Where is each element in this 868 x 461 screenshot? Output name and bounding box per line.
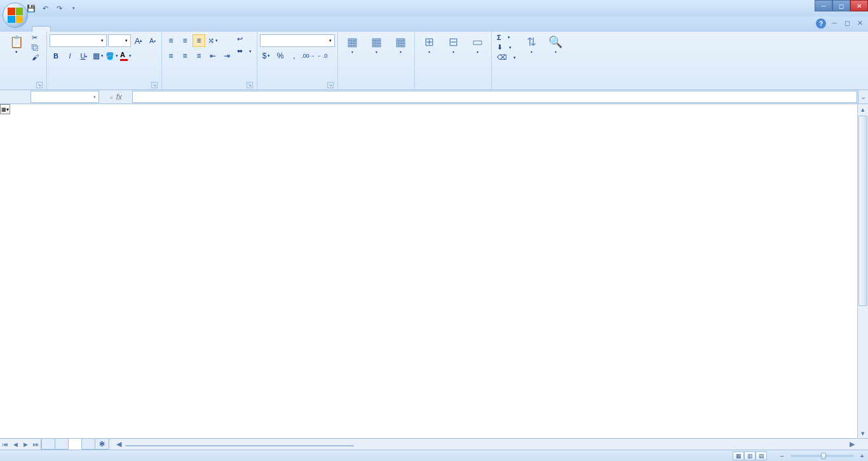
zoom-in-icon[interactable]: + — [860, 452, 864, 460]
format-as-table-button[interactable]: ▦▾ — [365, 33, 388, 55]
page-layout-view-icon[interactable]: ▥ — [744, 451, 756, 460]
clipboard-launcher-icon[interactable]: ↘ — [36, 82, 43, 88]
tab-insert[interactable] — [51, 27, 69, 32]
italic-button[interactable]: I — [64, 50, 76, 62]
conditional-formatting-button[interactable]: ▦▾ — [341, 33, 363, 55]
copy-button[interactable]: ⿻ — [29, 43, 44, 52]
bold-button[interactable]: B — [50, 50, 62, 62]
next-sheet-icon[interactable]: ▶ — [20, 439, 31, 450]
close-button[interactable]: ✕ — [850, 0, 868, 11]
qat-customize-icon[interactable] — [67, 3, 79, 14]
tab-view[interactable] — [140, 27, 158, 32]
cell-grid[interactable]: ▦▾ — [0, 104, 857, 438]
normal-view-icon[interactable]: ▦ — [733, 451, 744, 460]
find-select-button[interactable]: 🔍▾ — [544, 33, 567, 55]
fill-color-button[interactable]: 🪣 — [105, 50, 118, 62]
font-launcher-icon[interactable]: ↘ — [151, 82, 158, 88]
font-name-combo[interactable]: ▾ — [50, 34, 107, 47]
insert-cells-button[interactable]: ⊞▾ — [417, 33, 440, 55]
ribbon: 📋 ▾ ✂ ⿻ 🖌 ↘ ▾ ▾ A▴ A▾ B I U▾ — [0, 32, 868, 90]
increase-decimal-icon[interactable]: .00→ — [302, 50, 315, 62]
sheet-tab-finished[interactable] — [55, 439, 69, 450]
expand-formula-bar-icon[interactable]: ⌄ — [858, 90, 868, 104]
autosum-button[interactable]: Σ — [494, 33, 519, 42]
border-button[interactable]: ▦ — [92, 50, 104, 62]
scroll-up-icon[interactable]: ▴ — [858, 104, 868, 114]
align-middle-icon[interactable]: ≡ — [179, 34, 191, 47]
sort-filter-button[interactable]: ⇅▾ — [520, 33, 543, 55]
orientation-icon[interactable]: ⤭ — [207, 34, 219, 47]
zoom-knob[interactable] — [821, 453, 826, 459]
name-box[interactable]: ▾ — [31, 91, 99, 103]
grow-font-icon[interactable]: A▴ — [132, 34, 145, 47]
autofill-options-icon[interactable]: ▦▾ — [0, 104, 10, 114]
formula-bar-row: ▾ ● fx ⌄ — [0, 90, 868, 104]
help-icon[interactable]: ? — [816, 18, 826, 29]
mdi-close-icon[interactable]: ✕ — [855, 18, 864, 27]
font-size-combo[interactable]: ▾ — [108, 34, 131, 47]
tab-data[interactable] — [104, 27, 122, 32]
tab-formulas[interactable] — [86, 27, 104, 32]
comma-format-icon[interactable]: , — [288, 50, 301, 62]
delete-cells-button[interactable]: ⊟▾ — [442, 33, 465, 55]
increase-indent-icon[interactable]: ⇥ — [220, 50, 233, 62]
last-sheet-icon[interactable]: ⏭ — [31, 439, 41, 450]
number-format-combo[interactable]: ▾ — [260, 34, 335, 47]
tab-page-layout[interactable] — [69, 27, 86, 32]
zoom-out-icon[interactable]: − — [780, 452, 783, 460]
office-button[interactable] — [3, 3, 28, 28]
wrap-icon: ↩ — [237, 35, 243, 43]
sheet-tabs-row: ⏮ ◀ ▶ ⏭ ✻ ◀ ▶ — [0, 438, 868, 450]
decrease-indent-icon[interactable]: ⇤ — [207, 50, 219, 62]
accounting-format-icon[interactable]: $ — [260, 50, 273, 62]
office-logo-icon — [8, 8, 23, 23]
undo-icon[interactable]: ↶ — [39, 3, 51, 14]
vertical-scrollbar[interactable]: ▴ ▾ — [857, 104, 868, 438]
sheet-tab-welcome[interactable] — [41, 439, 55, 450]
sheet-tab-data[interactable] — [68, 439, 82, 450]
font-color-button[interactable]: A — [119, 50, 132, 62]
fill-button[interactable]: ⬇ — [494, 43, 519, 52]
percent-format-icon[interactable]: % — [274, 50, 287, 62]
mdi-restore-icon[interactable]: ◻ — [843, 18, 851, 27]
cancel-icon[interactable]: ● — [109, 93, 114, 101]
formula-input[interactable] — [132, 91, 857, 103]
format-cells-button[interactable]: ▭▾ — [466, 33, 489, 55]
zoom-slider[interactable] — [790, 455, 854, 457]
window-controls: ─ ◻ ✕ — [815, 0, 868, 11]
align-right-icon[interactable]: ≡ — [193, 50, 205, 62]
vscroll-thumb[interactable] — [858, 116, 867, 306]
hscroll-thumb[interactable] — [125, 445, 354, 446]
tab-home[interactable] — [32, 26, 51, 32]
align-top-icon[interactable]: ≡ — [165, 34, 177, 47]
number-launcher-icon[interactable]: ↘ — [327, 82, 334, 88]
maximize-button[interactable]: ◻ — [832, 0, 850, 11]
fx-icon[interactable]: fx — [116, 93, 122, 102]
merge-icon: ⬌ — [237, 47, 243, 55]
align-left-icon[interactable]: ≡ — [165, 50, 177, 62]
new-sheet-icon[interactable]: ✻ — [95, 439, 109, 450]
cut-button[interactable]: ✂ — [29, 33, 44, 43]
tab-review[interactable] — [122, 27, 140, 32]
paste-button[interactable]: 📋 ▾ — [5, 33, 28, 56]
redo-icon[interactable]: ↷ — [53, 3, 65, 14]
sigma-icon: Σ — [497, 34, 501, 41]
minimize-button[interactable]: ─ — [815, 0, 832, 11]
cell-styles-button[interactable]: ▦▾ — [389, 33, 412, 55]
alignment-launcher-icon[interactable]: ↘ — [247, 82, 253, 88]
wrap-text-button[interactable]: ↩ — [234, 34, 254, 44]
align-bottom-icon[interactable]: ≡ — [193, 34, 205, 47]
clear-button[interactable]: ⌫ — [494, 53, 519, 62]
page-break-view-icon[interactable]: ▤ — [756, 451, 767, 460]
shrink-font-icon[interactable]: A▾ — [146, 34, 159, 47]
prev-sheet-icon[interactable]: ◀ — [10, 439, 20, 450]
format-painter-button[interactable]: 🖌 — [29, 53, 44, 62]
align-center-icon[interactable]: ≡ — [179, 50, 191, 62]
mdi-minimize-icon[interactable]: ─ — [830, 18, 839, 27]
first-sheet-icon[interactable]: ⏮ — [0, 439, 10, 450]
merge-center-button[interactable]: ⬌ — [234, 46, 254, 56]
scroll-down-icon[interactable]: ▾ — [858, 428, 868, 438]
sheet-tab-table[interactable] — [81, 439, 95, 450]
underline-button[interactable]: U▾ — [78, 50, 90, 62]
decrease-decimal-icon[interactable]: ←.0 — [316, 50, 329, 62]
